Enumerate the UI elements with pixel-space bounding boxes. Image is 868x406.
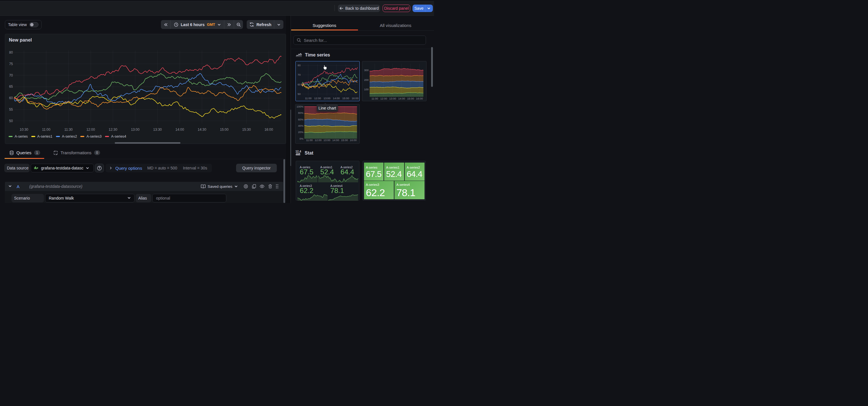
svg-text:20%: 20% — [298, 130, 304, 134]
svg-text:11:00: 11:00 — [371, 97, 378, 100]
svg-text:200: 200 — [364, 78, 369, 81]
svg-text:300: 300 — [364, 68, 369, 72]
svg-text:11:00: 11:00 — [305, 97, 311, 100]
svg-text:14:00: 14:00 — [333, 97, 340, 100]
svg-text:12.4: 12.4 — [296, 150, 301, 153]
svg-text:40%: 40% — [298, 124, 304, 127]
svg-text:15:30: 15:30 — [242, 128, 251, 132]
svg-text:15:00: 15:00 — [342, 97, 349, 100]
svg-text:100: 100 — [364, 88, 369, 91]
svg-text:15:00: 15:00 — [407, 97, 414, 100]
svg-text:12:30: 12:30 — [109, 128, 117, 132]
svg-text:15:00: 15:00 — [341, 138, 348, 142]
svg-text:14:00: 14:00 — [176, 128, 184, 132]
svg-text:70: 70 — [298, 73, 301, 76]
svg-text:14:00: 14:00 — [332, 138, 339, 142]
svg-text:13:00: 13:00 — [131, 128, 140, 132]
svg-text:13:30: 13:30 — [153, 128, 162, 132]
svg-text:13:00: 13:00 — [389, 97, 396, 100]
svg-text:60: 60 — [9, 96, 13, 100]
svg-text:14:00: 14:00 — [398, 97, 405, 100]
svg-text:11:00: 11:00 — [42, 128, 51, 132]
svg-text:65: 65 — [9, 85, 13, 89]
svg-text:80: 80 — [298, 64, 301, 67]
svg-text:16:00: 16:00 — [416, 97, 423, 100]
svg-text:75: 75 — [9, 62, 13, 66]
svg-text:15:00: 15:00 — [220, 128, 228, 132]
svg-text:60%: 60% — [298, 118, 304, 121]
svg-text:14:30: 14:30 — [198, 128, 206, 132]
svg-text:70: 70 — [9, 73, 13, 77]
svg-text:55: 55 — [9, 107, 13, 112]
svg-text:16:00: 16:00 — [265, 128, 273, 132]
svg-text:11:00: 11:00 — [306, 138, 313, 142]
svg-text:100%: 100% — [296, 105, 304, 108]
svg-text:16:00: 16:00 — [352, 97, 359, 100]
svg-text:13:00: 13:00 — [323, 97, 331, 100]
svg-text:11:30: 11:30 — [64, 128, 72, 132]
svg-text:50: 50 — [298, 92, 301, 95]
svg-text:60: 60 — [298, 83, 301, 86]
svg-text:12:00: 12:00 — [86, 128, 95, 132]
svg-text:80: 80 — [9, 51, 13, 55]
svg-text:0%: 0% — [300, 137, 304, 140]
svg-text:12:00: 12:00 — [314, 97, 321, 100]
svg-text:10:30: 10:30 — [20, 128, 28, 132]
svg-text:16:00: 16:00 — [350, 138, 356, 142]
svg-text:12:00: 12:00 — [315, 138, 321, 142]
svg-text:13:00: 13:00 — [323, 138, 330, 142]
svg-text:50: 50 — [9, 119, 13, 123]
svg-text:80%: 80% — [298, 111, 304, 115]
svg-text:12:00: 12:00 — [380, 97, 387, 100]
